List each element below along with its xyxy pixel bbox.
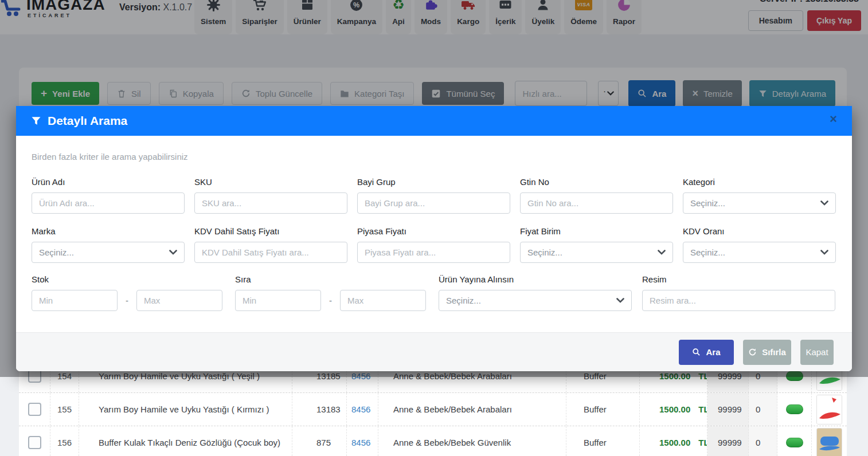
field-resim: Resim xyxy=(642,274,835,311)
product-price: 1500.00 xyxy=(659,438,690,447)
sira-min-input[interactable] xyxy=(235,290,321,311)
field-kdv-orani: KDV Oranı Seçiniz... xyxy=(683,226,836,263)
urun-yayina-select[interactable]: Seçiniz... xyxy=(439,290,632,311)
product-zero: 0 xyxy=(749,426,777,456)
field-sku: SKU xyxy=(194,177,347,214)
table-row: 155 Yarım Boy Hamile ve Uyku Yastığı ( K… xyxy=(19,392,847,426)
product-brand: Buffer xyxy=(566,426,640,456)
row-checkbox[interactable] xyxy=(28,403,41,416)
row-checkbox[interactable] xyxy=(28,436,41,449)
status-toggle[interactable] xyxy=(786,404,803,414)
product-qty: 99999 xyxy=(707,426,749,456)
range-separator: - xyxy=(321,296,340,305)
product-name: Yarım Boy Hamile ve Uyku Yastığı ( Kırmı… xyxy=(79,393,292,426)
chevron-down-icon xyxy=(169,250,177,255)
row-id: 156 xyxy=(50,426,79,456)
currency-label: TL xyxy=(698,438,707,447)
field-stok: Stok - xyxy=(32,274,222,311)
chevron-down-icon xyxy=(820,250,828,255)
dealer-link[interactable]: 8456 xyxy=(351,404,370,414)
field-gtin-no: Gtin No xyxy=(520,177,673,214)
field-urun-yayina: Ürün Yayına Alınsın Seçiniz... xyxy=(439,274,632,311)
modal-subtitle: Birden fazla kriter ile arama yapabilirs… xyxy=(32,152,188,162)
field-sira: Sıra - xyxy=(235,274,426,311)
product-stock: 13183 xyxy=(292,393,347,426)
field-bayi-grup: Bayi Grup xyxy=(357,177,510,214)
urun-adi-input[interactable] xyxy=(32,192,185,214)
modal-body: Birden fazla kriter ile arama yapabilirs… xyxy=(16,136,852,332)
piyasa-fiyati-input[interactable] xyxy=(357,242,510,263)
product-thumbnail xyxy=(816,428,842,456)
gtin-no-input[interactable] xyxy=(520,192,673,214)
field-fiyat-birim: Fiyat Birim Seçiniz... xyxy=(520,226,673,263)
product-zero: 0 xyxy=(749,393,777,426)
product-brand: Buffer xyxy=(566,393,640,426)
modal-ara-button[interactable]: Ara xyxy=(679,340,734,365)
chevron-down-icon xyxy=(820,201,828,206)
dealer-link[interactable]: 8456 xyxy=(351,438,370,447)
product-category: Anne & Bebek/Bebek Güvenlik xyxy=(378,426,566,456)
chevron-down-icon xyxy=(658,250,666,255)
product-price: 1500.00 xyxy=(659,404,690,414)
field-urun-adi: Ürün Adı xyxy=(32,177,185,214)
product-stock: 875 xyxy=(292,426,347,456)
stok-max-input[interactable] xyxy=(136,290,222,311)
product-name: Buffer Kulak Tıkaçlı Deniz Gözlüğü (Çocu… xyxy=(79,426,292,456)
sifirla-button[interactable]: Sıfırla xyxy=(743,340,791,365)
resim-input[interactable] xyxy=(642,290,835,311)
currency-label: TL xyxy=(698,404,707,414)
kapat-button[interactable]: Kapat xyxy=(800,340,834,365)
modal-title: Detaylı Arama xyxy=(48,114,127,128)
chevron-down-icon xyxy=(616,298,624,303)
field-marka: Marka Seçiniz... xyxy=(32,226,185,263)
refresh-icon xyxy=(748,348,757,356)
detayli-arama-modal: Detaylı Arama × Birden fazla kriter ile … xyxy=(16,106,852,371)
range-separator: - xyxy=(118,296,136,305)
stok-min-input[interactable] xyxy=(32,290,118,311)
sira-max-input[interactable] xyxy=(340,290,426,311)
status-toggle[interactable] xyxy=(786,438,803,447)
product-qty: 99999 xyxy=(707,393,749,426)
kdv-orani-select[interactable]: Seçiniz... xyxy=(683,242,836,263)
close-icon[interactable]: × xyxy=(826,112,840,126)
kdv-dahil-input[interactable] xyxy=(194,242,347,263)
kategori-select[interactable]: Seçiniz... xyxy=(683,192,836,214)
marka-select[interactable]: Seçiniz... xyxy=(32,242,185,263)
product-thumbnail xyxy=(816,395,842,424)
bayi-grup-input[interactable] xyxy=(357,192,510,214)
modal-header: Detaylı Arama × xyxy=(16,106,852,136)
fiyat-birim-select[interactable]: Seçiniz... xyxy=(520,242,673,263)
table-row: 156 Buffer Kulak Tıkaçlı Deniz Gözlüğü (… xyxy=(19,426,847,456)
product-category: Anne & Bebek/Bebek Arabaları xyxy=(378,393,566,426)
filter-funnel-icon xyxy=(31,116,41,126)
field-kdv-dahil: KDV Dahil Satış Fiyatı xyxy=(194,226,347,263)
field-kategori: Kategori Seçiniz... xyxy=(683,177,836,214)
modal-footer: Ara Sıfırla Kapat xyxy=(16,332,852,371)
sku-input[interactable] xyxy=(194,192,347,214)
search-icon xyxy=(692,348,701,356)
field-piyasa-fiyati: Piyasa Fiyatı xyxy=(357,226,510,263)
row-id: 155 xyxy=(50,393,79,426)
